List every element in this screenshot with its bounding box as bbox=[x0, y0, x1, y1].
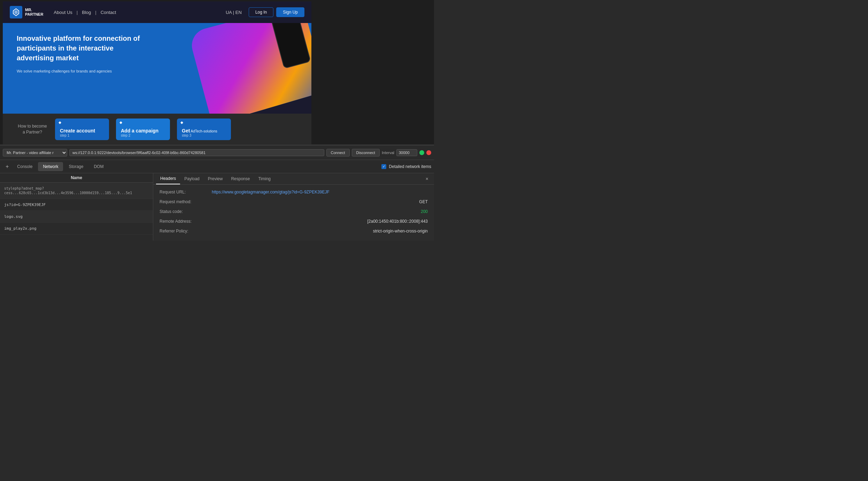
detail-content: Request URL: https://www.googletagmanage… bbox=[153, 185, 434, 240]
referrer-policy-row: Referrer Policy: strict-origin-when-cros… bbox=[160, 229, 428, 234]
step-card-3[interactable]: Get AdTech-solutions step 3 bbox=[177, 119, 231, 140]
add-tab-button[interactable]: + bbox=[3, 162, 11, 171]
detailed-checkbox[interactable]: ✓ bbox=[381, 164, 386, 169]
login-button[interactable]: Log In bbox=[249, 7, 273, 17]
logo-icon bbox=[10, 6, 22, 18]
remote-address-row: Remote Address: [2a00:1450:401b:800::200… bbox=[160, 219, 428, 224]
status-code-row: Status code: 200 bbox=[160, 209, 428, 214]
network-item-3[interactable]: img_play2x.png bbox=[0, 223, 153, 235]
tab-console[interactable]: Console bbox=[12, 162, 37, 171]
detail-close-button[interactable]: × bbox=[423, 175, 431, 183]
detail-tab-payload[interactable]: Payload bbox=[180, 174, 203, 184]
request-url-key: Request URL: bbox=[160, 190, 212, 194]
detail-tab-response[interactable]: Response bbox=[227, 174, 254, 184]
referrer-policy-key: Referrer Policy: bbox=[160, 229, 212, 234]
status-code-key: Status code: bbox=[160, 209, 212, 214]
signup-button[interactable]: Sign Up bbox=[276, 7, 304, 17]
referrer-policy-value: strict-origin-when-cross-origin bbox=[212, 229, 428, 234]
detail-tab-headers[interactable]: Headers bbox=[156, 173, 180, 184]
remote-address-value: [2a00:1450:401b:800::2008]:443 bbox=[212, 219, 428, 224]
detail-tab-preview[interactable]: Preview bbox=[204, 174, 227, 184]
website-preview: MR. PARTNER About Us | Blog | Contact UA… bbox=[3, 1, 311, 144]
svg-marker-1 bbox=[14, 10, 18, 14]
name-list: Name stylephp?adnet_map?cess...628c65...… bbox=[0, 173, 153, 240]
tab-right: ✓ Detailed network items bbox=[381, 164, 431, 169]
nav-buttons: Log In Sign Up bbox=[249, 7, 304, 17]
request-url-value: https://www.googletagmanager.com/gtag/js… bbox=[212, 190, 428, 194]
request-url-row: Request URL: https://www.googletagmanage… bbox=[160, 190, 428, 194]
network-item-1[interactable]: js?id=G-9ZPEK39EJF bbox=[0, 199, 153, 211]
network-panel: Name stylephp?adnet_map?cess...628c65...… bbox=[0, 173, 434, 240]
hero-section: Innovative platform for connection of pa… bbox=[3, 23, 311, 114]
hero-image bbox=[188, 23, 311, 114]
step-2-title: Add a campaign bbox=[121, 128, 165, 133]
request-method-value: GET bbox=[212, 199, 428, 204]
step-3-num: step 3 bbox=[182, 133, 226, 137]
detail-panel: Headers Payload Preview Response Timing … bbox=[153, 173, 434, 240]
nav-about[interactable]: About Us bbox=[54, 10, 72, 15]
tab-storage[interactable]: Storage bbox=[64, 162, 88, 171]
status-dot-connected bbox=[419, 150, 424, 155]
logo-area: MR. PARTNER bbox=[10, 6, 43, 18]
profile-select[interactable]: Mr. Partner - video affiliate r bbox=[3, 149, 67, 156]
step-3-title: Get AdTech-solutions bbox=[182, 128, 226, 133]
hero-subtitle: We solve marketing challenges for brands… bbox=[17, 68, 149, 74]
nav-contact[interactable]: Contact bbox=[101, 10, 116, 15]
status-code-value: 200 bbox=[212, 209, 428, 214]
detail-tabs: Headers Payload Preview Response Timing … bbox=[153, 173, 434, 185]
devtools-toolbar: Mr. Partner - video affiliate r Connect … bbox=[0, 145, 434, 160]
step-card-2[interactable]: Add a campaign step 2 bbox=[116, 119, 170, 140]
logo-text: MR. PARTNER bbox=[25, 8, 43, 17]
steps-section: How to become a Partner? Create account … bbox=[3, 114, 311, 144]
step-card-1[interactable]: Create account step 1 bbox=[55, 119, 109, 140]
tab-network[interactable]: Network bbox=[38, 162, 63, 171]
steps-label: How to become a Partner? bbox=[17, 123, 48, 135]
step-2-num: step 2 bbox=[121, 133, 165, 137]
hero-title: Innovative platform for connection of pa… bbox=[17, 33, 149, 63]
interval-input[interactable] bbox=[396, 149, 417, 156]
browser-preview: MR. PARTNER About Us | Blog | Contact UA… bbox=[0, 0, 434, 145]
nav-links: About Us | Blog | Contact bbox=[54, 10, 116, 15]
request-method-key: Request method: bbox=[160, 199, 212, 204]
connect-button[interactable]: Connect bbox=[326, 149, 350, 156]
remote-address-key: Remote Address: bbox=[160, 219, 212, 224]
network-item-2[interactable]: logo.svg bbox=[0, 211, 153, 223]
step-1-title: Create account bbox=[60, 128, 104, 133]
name-list-header: Name bbox=[0, 173, 153, 183]
hero-content: Innovative platform for connection of pa… bbox=[3, 23, 163, 85]
nav-lang[interactable]: UA | EN bbox=[226, 10, 242, 15]
request-method-row: Request method: GET bbox=[160, 199, 428, 204]
nav-blog[interactable]: Blog bbox=[82, 10, 91, 15]
ws-url-input[interactable] bbox=[69, 149, 324, 156]
detail-tab-timing[interactable]: Timing bbox=[254, 174, 275, 184]
hero-phone bbox=[270, 23, 311, 69]
devtools-panel: Mr. Partner - video affiliate r Connect … bbox=[0, 145, 434, 240]
step-1-num: step 1 bbox=[60, 133, 104, 137]
detailed-label: Detailed network items bbox=[389, 164, 431, 169]
disconnect-button[interactable]: Disconnect bbox=[352, 149, 380, 156]
tab-dom[interactable]: DOM bbox=[89, 162, 108, 171]
status-dot-error bbox=[426, 150, 431, 155]
interval-label: Interval bbox=[382, 151, 394, 155]
network-item-0[interactable]: stylephp?adnet_map?cess...628c65...1cd3b… bbox=[0, 183, 153, 199]
website-nav: MR. PARTNER About Us | Blog | Contact UA… bbox=[3, 1, 311, 23]
tab-bar: + Console Network Storage DOM ✓ Detailed… bbox=[0, 160, 434, 173]
